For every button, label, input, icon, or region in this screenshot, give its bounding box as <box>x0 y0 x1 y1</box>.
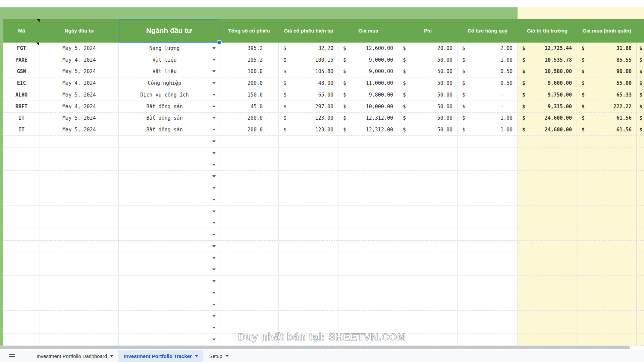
cell-empty[interactable] <box>338 136 398 147</box>
cell-partial[interactable]: $ <box>637 66 644 77</box>
cell-empty[interactable] <box>518 217 577 229</box>
cell-sector[interactable] <box>119 206 219 217</box>
cell-empty[interactable] <box>398 159 458 171</box>
cell-empty[interactable] <box>279 276 338 287</box>
cell-sector[interactable] <box>119 322 219 334</box>
dropdown-arrow-icon[interactable] <box>212 59 216 61</box>
column-header-5[interactable]: Giá cổ phiếu hiện tại <box>279 19 338 43</box>
cell-empty[interactable] <box>398 206 458 217</box>
cell-empty[interactable] <box>3 217 40 229</box>
cell-empty[interactable] <box>3 276 40 287</box>
cell-empty[interactable] <box>40 334 119 345</box>
cell-shares[interactable]: 395.2 <box>219 43 279 54</box>
cell-empty[interactable] <box>518 287 577 299</box>
tab-setup[interactable]: Setup <box>204 350 234 362</box>
cell-money[interactable]: $9,000.00 <box>338 66 398 77</box>
cell-empty[interactable] <box>518 252 577 264</box>
column-header-8[interactable]: Cổ tức hàng quý <box>458 19 518 43</box>
cell-money[interactable]: $9,600.00 <box>518 77 577 89</box>
cell-empty[interactable] <box>458 194 518 205</box>
cell-empty[interactable] <box>3 147 40 159</box>
cell-shares[interactable]: 200.0 <box>219 77 279 89</box>
cell-money[interactable]: $0.50 <box>458 66 518 77</box>
cell-sector[interactable]: Bất động sản <box>119 101 219 112</box>
cell-empty[interactable] <box>637 206 644 217</box>
cell-empty[interactable] <box>458 264 518 276</box>
cell-sector[interactable]: Bất động sản <box>119 124 219 135</box>
cell-money[interactable]: $65.00 <box>279 89 338 101</box>
cell-ticker[interactable]: PAXE <box>3 54 40 66</box>
cell-empty[interactable] <box>398 194 458 205</box>
cell-empty[interactable] <box>219 217 279 229</box>
dropdown-arrow-icon[interactable] <box>212 152 216 154</box>
cell-empty[interactable] <box>518 147 577 159</box>
cell-empty[interactable] <box>338 159 398 171</box>
cell-empty[interactable] <box>637 252 644 264</box>
cell-money[interactable]: $12,312.00 <box>338 124 398 135</box>
cell-empty[interactable] <box>518 171 577 182</box>
column-header-7[interactable]: Phí <box>398 19 458 43</box>
cell-sector[interactable] <box>119 229 219 240</box>
cell-partial[interactable]: $ <box>637 113 644 124</box>
cell-empty[interactable] <box>458 276 518 287</box>
cell-money[interactable]: $50.00 <box>398 77 458 89</box>
cell-empty[interactable] <box>40 136 119 147</box>
cell-empty[interactable] <box>219 136 279 147</box>
cell-ticker[interactable]: IT <box>3 113 40 124</box>
cell-money[interactable]: $50.00 <box>398 101 458 112</box>
cell-empty[interactable] <box>398 229 458 240</box>
cell-money[interactable]: $- <box>458 101 518 112</box>
cell-empty[interactable] <box>518 194 577 205</box>
tab-investment-portfolio-dashboard[interactable]: Investment Portfolio Dashboard <box>31 350 118 362</box>
cell-empty[interactable] <box>3 334 40 345</box>
cell-money[interactable]: $65.33 <box>577 89 637 101</box>
cell-sector[interactable]: Vật liệu <box>119 54 219 66</box>
cell-empty[interactable] <box>458 322 518 334</box>
cell-empty[interactable] <box>279 311 338 322</box>
cell-date[interactable]: May 5, 2024 <box>40 89 119 101</box>
cell-empty[interactable] <box>40 206 119 217</box>
cell-empty[interactable] <box>398 217 458 229</box>
cell-empty[interactable] <box>3 136 40 147</box>
cell-empty[interactable] <box>3 229 40 240</box>
cell-money[interactable]: $0.50 <box>458 77 518 89</box>
cell-empty[interactable] <box>3 264 40 276</box>
cell-partial[interactable]: $ <box>637 54 644 66</box>
dropdown-arrow-icon[interactable] <box>212 82 216 84</box>
cell-empty[interactable] <box>338 276 398 287</box>
cell-empty[interactable] <box>577 334 637 345</box>
cell-ticker[interactable]: GSW <box>3 66 40 77</box>
cell-empty[interactable] <box>3 322 40 334</box>
cell-empty[interactable] <box>518 311 577 322</box>
cell-shares[interactable]: 45.0 <box>219 101 279 112</box>
cell-sector[interactable] <box>119 136 219 147</box>
cell-empty[interactable] <box>577 241 637 252</box>
cell-empty[interactable] <box>279 159 338 171</box>
cell-empty[interactable] <box>3 241 40 252</box>
cell-shares[interactable]: 200.0 <box>219 124 279 135</box>
column-header-3[interactable]: Ngành đầu tư <box>119 19 219 43</box>
cell-empty[interactable] <box>398 171 458 182</box>
cell-sector[interactable] <box>119 171 219 182</box>
cell-empty[interactable] <box>637 299 644 310</box>
dropdown-arrow-icon[interactable] <box>212 245 216 247</box>
cell-empty[interactable] <box>577 171 637 182</box>
cell-empty[interactable] <box>219 241 279 252</box>
cell-empty[interactable] <box>398 147 458 159</box>
cell-empty[interactable] <box>3 194 40 205</box>
cell-empty[interactable] <box>577 217 637 229</box>
cell-empty[interactable] <box>637 287 644 299</box>
cell-empty[interactable] <box>279 287 338 299</box>
cell-empty[interactable] <box>637 229 644 240</box>
cell-empty[interactable] <box>3 171 40 182</box>
cell-empty[interactable] <box>338 299 398 310</box>
cell-empty[interactable] <box>398 264 458 276</box>
cell-empty[interactable] <box>398 299 458 310</box>
cell-empty[interactable] <box>458 159 518 171</box>
cell-empty[interactable] <box>398 322 458 334</box>
cell-empty[interactable] <box>40 264 119 276</box>
cell-empty[interactable] <box>398 182 458 194</box>
cell-empty[interactable] <box>518 241 577 252</box>
cell-partial[interactable]: $ <box>637 89 644 101</box>
cell-sector[interactable] <box>119 147 219 159</box>
